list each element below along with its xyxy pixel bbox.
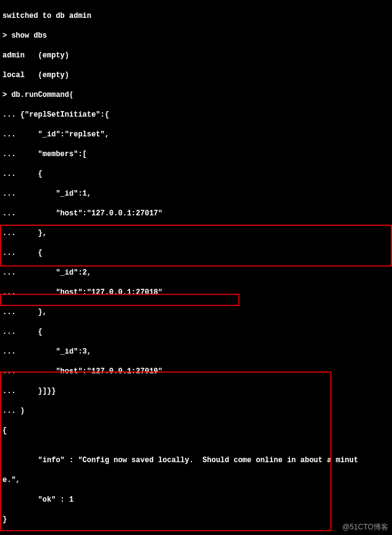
terminal-line: ... "_id":3, bbox=[2, 347, 390, 357]
watermark-text: @51CTO博客 bbox=[342, 522, 388, 533]
terminal-line: e.", bbox=[2, 475, 390, 485]
terminal-line: ... { bbox=[2, 169, 390, 179]
terminal-line: > db.runCommand( bbox=[2, 90, 390, 100]
terminal-line: ... }]}} bbox=[2, 386, 390, 396]
terminal-line: ... "members":[ bbox=[2, 149, 390, 159]
terminal-line: ... "host":"127.0.0.1:27018" bbox=[2, 288, 390, 297]
terminal-line: ... "host":"127.0.0.1:27017" bbox=[2, 209, 390, 218]
terminal-output[interactable]: switched to db admin > show dbs admin (e… bbox=[0, 0, 392, 535]
terminal-line: ... "host":"127.0.0.1:27019" bbox=[2, 367, 390, 376]
terminal-line: ... {"replSetInitiate":{ bbox=[2, 110, 390, 120]
terminal-line: ... }, bbox=[2, 228, 390, 238]
terminal-line: ... { bbox=[2, 327, 390, 337]
terminal-line: { bbox=[2, 426, 390, 436]
terminal-line: ... { bbox=[2, 248, 390, 258]
terminal-line: "info" : "Config now saved locally. Shou… bbox=[2, 455, 390, 465]
terminal-line: admin (empty) bbox=[2, 51, 390, 60]
terminal-line: "ok" : 1 bbox=[2, 495, 390, 505]
terminal-line: ... "_id":1, bbox=[2, 189, 390, 199]
terminal-line: local (empty) bbox=[2, 70, 390, 80]
terminal-line: switched to db admin bbox=[2, 11, 390, 21]
terminal-line: ... "_id":"replset", bbox=[2, 130, 390, 139]
terminal-line: ... }, bbox=[2, 307, 390, 317]
terminal-line: ... "_id":2, bbox=[2, 268, 390, 278]
terminal-line: } bbox=[2, 515, 390, 525]
terminal-line: > show dbs bbox=[2, 31, 390, 41]
terminal-line: ... ) bbox=[2, 406, 390, 416]
